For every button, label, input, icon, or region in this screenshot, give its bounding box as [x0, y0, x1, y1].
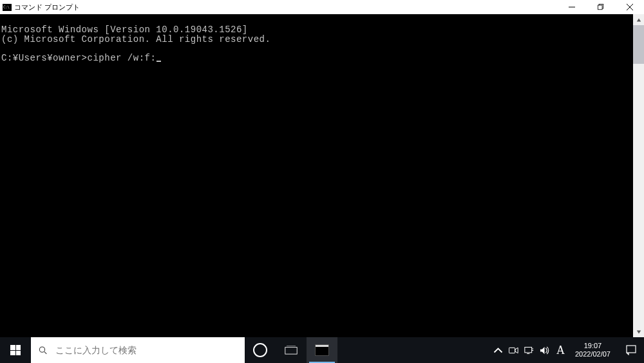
- minimize-button[interactable]: [557, 0, 586, 14]
- console-line-copyright: (c) Microsoft Corporation. All rights re…: [1, 35, 643, 44]
- clock-date: 2022/02/07: [575, 350, 611, 358]
- current-command: cipher /w:f:: [88, 53, 156, 63]
- taskbar-search[interactable]: [31, 337, 245, 363]
- svg-rect-2: [598, 5, 602, 10]
- window-titlebar[interactable]: コマンド プロンプト: [0, 0, 644, 14]
- scrollbar-thumb[interactable]: [633, 25, 644, 64]
- scroll-up-button[interactable]: [633, 14, 644, 25]
- scroll-down-button[interactable]: [633, 326, 644, 337]
- command-prompt-window: コマンド プロンプト Microsoft Windows [Version 10…: [0, 0, 644, 337]
- ime-mode-indicator[interactable]: A: [555, 344, 566, 356]
- svg-marker-6: [636, 330, 640, 333]
- notification-icon: [626, 345, 636, 355]
- close-button[interactable]: [615, 0, 644, 14]
- taskbar: A 19:07 2022/02/07: [0, 337, 644, 363]
- vertical-scrollbar[interactable]: [633, 14, 644, 337]
- meet-now-icon[interactable]: [509, 345, 519, 355]
- start-button[interactable]: [0, 337, 31, 363]
- text-cursor: [156, 61, 161, 62]
- cortana-button[interactable]: [245, 337, 276, 363]
- task-view-icon: [285, 346, 298, 355]
- console-output[interactable]: Microsoft Windows [Version 10.0.19043.15…: [0, 14, 644, 337]
- windows-logo-icon: [10, 345, 21, 355]
- tray-overflow-button[interactable]: [493, 345, 504, 355]
- action-center-button[interactable]: [618, 337, 644, 363]
- svg-rect-9: [285, 348, 297, 355]
- svg-rect-18: [627, 346, 636, 353]
- svg-rect-13: [525, 347, 532, 352]
- scrollbar-track[interactable]: [633, 25, 644, 326]
- console-prompt: C:¥Users¥owner>cipher /w:f:: [1, 54, 643, 63]
- svg-marker-5: [636, 18, 640, 21]
- system-tray: A 19:07 2022/02/07: [491, 337, 618, 363]
- svg-marker-17: [540, 346, 545, 353]
- volume-icon[interactable]: [540, 345, 550, 355]
- prompt-path: C:¥Users¥owner>: [1, 53, 88, 63]
- svg-point-7: [39, 347, 44, 352]
- cortana-icon: [253, 343, 267, 357]
- search-icon: [39, 346, 48, 355]
- svg-rect-11: [509, 348, 515, 353]
- command-prompt-taskbar-icon: [315, 344, 329, 356]
- clock-time: 19:07: [584, 342, 602, 350]
- console-line-version: Microsoft Windows [Version 10.0.19043.15…: [1, 25, 643, 35]
- command-prompt-icon: [3, 4, 12, 11]
- taskbar-app-command-prompt[interactable]: [307, 337, 337, 363]
- svg-line-8: [44, 351, 46, 353]
- taskbar-clock[interactable]: 19:07 2022/02/07: [571, 342, 614, 358]
- svg-marker-12: [515, 348, 518, 353]
- maximize-button[interactable]: [586, 0, 615, 14]
- task-view-button[interactable]: [276, 337, 307, 363]
- network-icon[interactable]: [524, 345, 535, 355]
- search-input[interactable]: [54, 344, 245, 356]
- window-title: コマンド プロンプト: [14, 3, 80, 12]
